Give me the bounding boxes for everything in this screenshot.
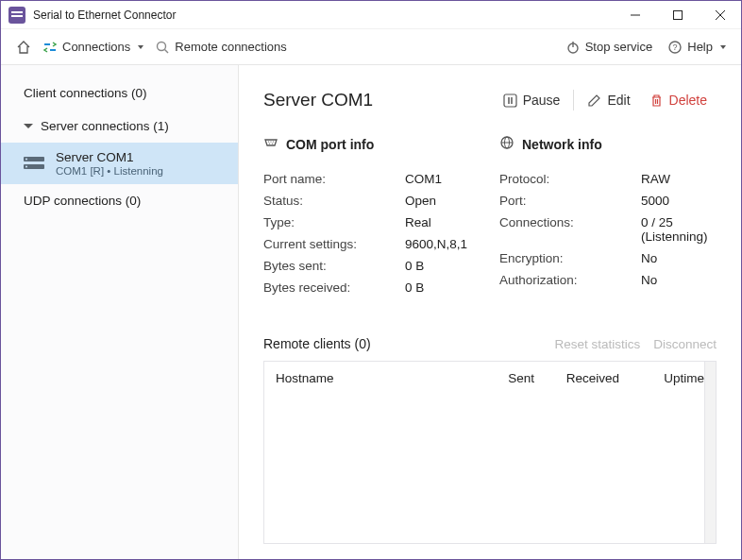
col-received: Received xyxy=(534,371,619,385)
v-authorization: No xyxy=(641,273,717,287)
k-connections: Connections: xyxy=(499,215,641,244)
remote-connections-label: Remote connections xyxy=(175,40,287,54)
k-bytes-recv: Bytes received: xyxy=(263,280,405,295)
com-port-icon xyxy=(263,135,278,153)
home-button[interactable] xyxy=(10,36,37,59)
remote-clients-header: Remote clients (0) Reset statistics Disc… xyxy=(263,336,717,351)
sidebar: Client connections (0) Server connection… xyxy=(1,65,239,559)
remote-clients-table: Hostname Sent Received Uptime xyxy=(263,361,717,544)
com-port-heading-label: COM port info xyxy=(286,137,374,152)
col-sent: Sent xyxy=(459,371,534,385)
k-authorization: Authorization: xyxy=(499,273,641,287)
svg-point-20 xyxy=(270,141,271,142)
v-port: 5000 xyxy=(641,194,717,208)
edit-label: Edit xyxy=(607,93,630,108)
svg-point-23 xyxy=(272,143,273,144)
network-info: Network info Protocol:RAW Port:5000 Conn… xyxy=(499,135,717,298)
app-icon xyxy=(8,7,25,24)
network-heading: Network info xyxy=(499,135,717,153)
main-header: Server COM1 Pause Edit Delete xyxy=(263,90,717,110)
help-menu[interactable]: ? Help xyxy=(662,36,732,59)
sidebar-item-title: Server COM1 xyxy=(56,150,163,164)
v-settings: 9600,N,8,1 xyxy=(405,237,481,251)
k-protocol: Protocol: xyxy=(499,172,641,186)
info-row: COM port info Port name:COM1 Status:Open… xyxy=(263,135,717,298)
k-encryption: Encryption: xyxy=(499,251,641,265)
connections-menu[interactable]: Connections xyxy=(37,36,149,59)
stop-service-button[interactable]: Stop service xyxy=(560,36,659,59)
table-header: Hostname Sent Received Uptime xyxy=(264,362,716,395)
k-type: Type: xyxy=(263,215,405,229)
k-port-name: Port name: xyxy=(263,172,405,186)
server-icon xyxy=(24,155,46,172)
edit-button[interactable]: Edit xyxy=(578,93,639,108)
v-connections: 0 / 25 (Listenning) xyxy=(641,215,717,244)
svg-point-15 xyxy=(25,166,27,168)
v-encryption: No xyxy=(641,251,717,265)
minimize-button[interactable] xyxy=(614,1,656,29)
sidebar-server-header-label: Server connections (1) xyxy=(41,119,169,133)
com-port-info: COM port info Port name:COM1 Status:Open… xyxy=(263,135,481,298)
sidebar-item-server-com1[interactable]: Server COM1 COM1 [R] • Listenning xyxy=(1,143,238,184)
svg-rect-16 xyxy=(504,94,516,107)
page-title: Server COM1 xyxy=(263,90,494,110)
reset-statistics-button[interactable]: Reset statistics xyxy=(541,337,640,351)
v-bytes-recv: 0 B xyxy=(405,280,481,295)
svg-line-7 xyxy=(165,49,169,53)
remote-clients-label: Remote clients (0) xyxy=(263,336,541,351)
toolbar: Connections Remote connections Stop serv… xyxy=(1,29,741,65)
v-protocol: RAW xyxy=(641,172,717,186)
k-port: Port: xyxy=(499,194,641,208)
svg-point-22 xyxy=(269,143,270,144)
svg-point-21 xyxy=(273,141,274,142)
v-bytes-sent: 0 B xyxy=(405,259,481,273)
v-port-name: COM1 xyxy=(405,172,481,186)
svg-point-6 xyxy=(158,42,166,50)
pause-label: Pause xyxy=(523,93,561,108)
window-title: Serial to Ethernet Connector xyxy=(33,8,614,22)
svg-rect-0 xyxy=(11,11,23,13)
body: Client connections (0) Server connection… xyxy=(1,65,741,559)
delete-button[interactable]: Delete xyxy=(640,93,717,108)
sidebar-item-sub: COM1 [R] • Listenning xyxy=(56,165,163,177)
pause-button[interactable]: Pause xyxy=(494,93,570,108)
remote-connections-button[interactable]: Remote connections xyxy=(149,36,293,59)
window-controls xyxy=(614,1,741,29)
k-status: Status: xyxy=(263,194,405,208)
help-label: Help xyxy=(687,40,713,54)
sidebar-server-header[interactable]: Server connections (1) xyxy=(1,110,238,143)
sidebar-udp-header[interactable]: UDP connections (0) xyxy=(1,184,238,217)
close-button[interactable] xyxy=(699,1,741,29)
disconnect-button[interactable]: Disconnect xyxy=(640,337,717,351)
titlebar: Serial to Ethernet Connector xyxy=(1,1,741,29)
app-window: Serial to Ethernet Connector Connections… xyxy=(0,0,742,560)
scrollbar[interactable] xyxy=(704,362,716,543)
k-settings: Current settings: xyxy=(263,237,405,251)
v-type: Real xyxy=(405,215,481,229)
delete-label: Delete xyxy=(669,93,707,108)
com-port-heading: COM port info xyxy=(263,135,481,153)
separator xyxy=(573,90,574,110)
svg-text:?: ? xyxy=(673,42,678,52)
sidebar-client-header[interactable]: Client connections (0) xyxy=(1,76,238,110)
svg-point-14 xyxy=(25,159,27,161)
svg-rect-1 xyxy=(11,15,23,17)
k-bytes-sent: Bytes sent: xyxy=(263,259,405,273)
connections-label: Connections xyxy=(62,40,130,54)
col-uptime: Uptime xyxy=(619,371,704,385)
main-panel: Server COM1 Pause Edit Delete xyxy=(239,65,741,559)
stop-service-label: Stop service xyxy=(585,40,653,54)
network-heading-label: Network info xyxy=(522,137,602,152)
svg-rect-3 xyxy=(673,10,682,19)
globe-icon xyxy=(499,135,514,153)
v-status: Open xyxy=(405,194,481,208)
maximize-button[interactable] xyxy=(656,1,699,29)
svg-point-19 xyxy=(268,141,269,142)
col-hostname: Hostname xyxy=(276,371,459,385)
header-actions: Pause Edit Delete xyxy=(494,90,717,110)
